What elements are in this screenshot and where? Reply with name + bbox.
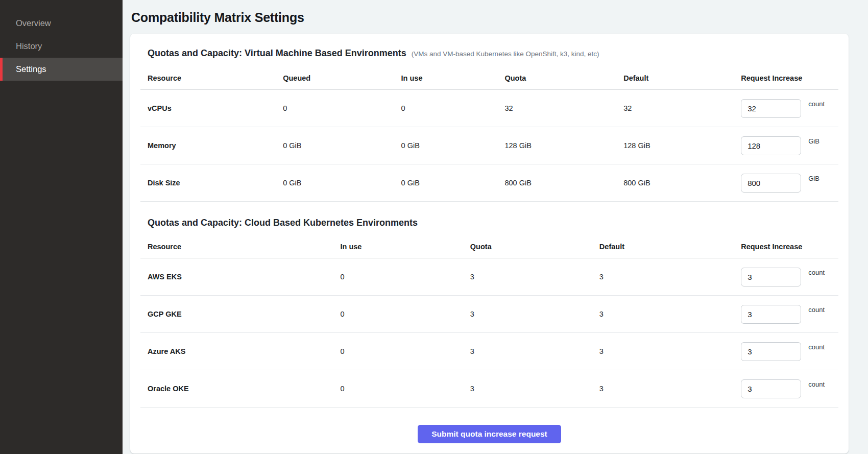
vm-section-subtitle: (VMs and VM-based Kubernetes like OpenSh… xyxy=(412,50,599,58)
resource-label: Memory xyxy=(148,141,283,150)
quota-value: 3 xyxy=(470,310,599,318)
in-use-value: 0 xyxy=(340,273,470,281)
submit-quota-increase-button[interactable]: Submit quota increase request xyxy=(418,425,561,443)
quota-value: 800 GiB xyxy=(504,179,623,187)
table-row-gcp-gke: GCP GKE 0 3 3 count xyxy=(140,296,838,333)
sidebar-item-overview[interactable]: Overview xyxy=(0,12,123,35)
default-value: 3 xyxy=(599,347,741,355)
default-value: 800 GiB xyxy=(623,179,741,187)
sidebar-item-label: Overview xyxy=(16,18,51,28)
settings-card: Quotas and Capacity: Virtual Machine Bas… xyxy=(130,34,849,453)
table-row-memory: Memory 0 GiB 0 GiB 128 GiB 128 GiB GiB xyxy=(140,127,838,164)
cloud-table-header: Resource In use Quota Default Request In… xyxy=(140,236,838,258)
quota-value: 128 GiB xyxy=(504,141,623,150)
column-header-quota: Quota xyxy=(504,74,623,82)
azure-aks-request-input[interactable] xyxy=(741,342,801,361)
in-use-value: 0 GiB xyxy=(401,141,505,150)
column-header-in-use: In use xyxy=(401,74,505,82)
unit-label: GiB xyxy=(808,175,819,182)
resource-label: vCPUs xyxy=(148,104,283,112)
unit-label: count xyxy=(808,100,825,108)
column-header-queued: Queued xyxy=(283,74,401,82)
resource-label: Azure AKS xyxy=(148,347,340,355)
default-value: 3 xyxy=(599,385,741,393)
request-increase-cell: count xyxy=(741,379,838,398)
table-row-aws-eks: AWS EKS 0 3 3 count xyxy=(140,258,838,296)
cloud-section-header: Quotas and Capacity: Cloud Based Kuberne… xyxy=(148,218,838,228)
quota-value: 32 xyxy=(504,104,623,112)
quota-value: 3 xyxy=(470,273,599,281)
sidebar: Overview History Settings xyxy=(0,0,123,454)
unit-label: count xyxy=(808,306,825,314)
resource-label: AWS EKS xyxy=(148,273,340,281)
in-use-value: 0 xyxy=(340,310,470,318)
sidebar-item-label: Settings xyxy=(16,64,46,74)
request-increase-cell: count xyxy=(741,99,838,118)
table-row-vcpus: vCPUs 0 0 32 32 count xyxy=(140,90,838,127)
cloud-quotas-section: Quotas and Capacity: Cloud Based Kuberne… xyxy=(140,218,838,408)
column-header-resource: Resource xyxy=(148,74,283,82)
gcp-gke-request-input[interactable] xyxy=(741,305,801,324)
submit-row: Submit quota increase request xyxy=(140,425,838,444)
in-use-value: 0 GiB xyxy=(401,179,505,187)
vm-quotas-section: Quotas and Capacity: Virtual Machine Bas… xyxy=(140,48,838,202)
sidebar-item-label: History xyxy=(16,41,42,51)
unit-label: count xyxy=(808,380,825,388)
request-increase-cell: count xyxy=(741,268,838,286)
active-indicator xyxy=(0,58,3,81)
in-use-value: 0 xyxy=(340,385,470,393)
unit-label: count xyxy=(808,343,825,351)
unit-label: GiB xyxy=(808,137,819,145)
queued-value: 0 GiB xyxy=(283,179,401,187)
vm-section-title: Quotas and Capacity: Virtual Machine Bas… xyxy=(148,48,406,59)
queued-value: 0 xyxy=(283,104,401,112)
oracle-oke-request-input[interactable] xyxy=(741,379,801,398)
vm-table-header: Resource Queued In use Quota Default Req… xyxy=(140,67,838,90)
table-row-azure-aks: Azure AKS 0 3 3 count xyxy=(140,333,838,370)
default-value: 32 xyxy=(623,104,741,112)
unit-label: count xyxy=(808,269,825,276)
request-increase-cell: GiB xyxy=(741,174,838,193)
page-title: Compatibility Matrix Settings xyxy=(131,10,849,25)
resource-label: Disk Size xyxy=(148,179,283,187)
main-content: Compatibility Matrix Settings Quotas and… xyxy=(123,0,868,454)
default-value: 3 xyxy=(599,273,741,281)
cloud-section-title: Quotas and Capacity: Cloud Based Kuberne… xyxy=(148,218,418,228)
aws-eks-request-input[interactable] xyxy=(741,268,801,286)
column-header-quota: Quota xyxy=(470,243,599,251)
table-row-oracle-oke: Oracle OKE 0 3 3 count xyxy=(140,370,838,408)
request-increase-cell: count xyxy=(741,305,838,324)
queued-value: 0 GiB xyxy=(283,141,401,150)
vm-section-header: Quotas and Capacity: Virtual Machine Bas… xyxy=(148,48,838,59)
resource-label: GCP GKE xyxy=(148,310,340,318)
column-header-in-use: In use xyxy=(340,243,470,251)
sidebar-item-settings[interactable]: Settings xyxy=(0,58,123,81)
in-use-value: 0 xyxy=(340,347,470,355)
in-use-value: 0 xyxy=(401,104,505,112)
disk-size-request-input[interactable] xyxy=(741,174,801,193)
column-header-resource: Resource xyxy=(148,243,340,251)
column-header-request-increase: Request Increase xyxy=(741,243,838,251)
table-row-disk-size: Disk Size 0 GiB 0 GiB 800 GiB 800 GiB Gi… xyxy=(140,164,838,202)
resource-label: Oracle OKE xyxy=(148,385,340,393)
column-header-default: Default xyxy=(623,74,741,82)
request-increase-cell: count xyxy=(741,342,838,361)
default-value: 3 xyxy=(599,310,741,318)
default-value: 128 GiB xyxy=(623,141,741,150)
memory-request-input[interactable] xyxy=(741,136,801,155)
column-header-default: Default xyxy=(599,243,741,251)
sidebar-item-history[interactable]: History xyxy=(0,35,123,58)
column-header-request-increase: Request Increase xyxy=(741,74,838,82)
quota-value: 3 xyxy=(470,385,599,393)
vcpus-request-input[interactable] xyxy=(741,99,801,118)
quota-value: 3 xyxy=(470,347,599,355)
request-increase-cell: GiB xyxy=(741,136,838,155)
